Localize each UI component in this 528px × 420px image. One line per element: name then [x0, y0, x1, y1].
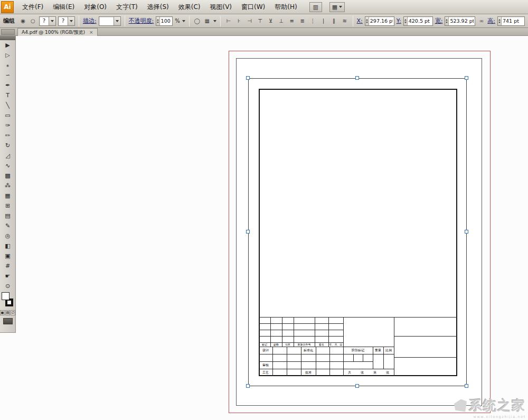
menu-effect[interactable]: 效果(C) [174, 1, 205, 14]
distribute-vcenter-button[interactable]: ≣ [298, 16, 307, 25]
color-button[interactable]: ◼ [0, 310, 5, 315]
workspace-button[interactable]: ▦ [329, 2, 345, 12]
graphic-style-icon[interactable]: ◯ [193, 17, 201, 25]
warp-tool[interactable]: ∿ [0, 161, 15, 171]
menu-help[interactable]: 帮助(H) [270, 1, 301, 14]
menu-select[interactable]: 选择(S) [143, 1, 174, 14]
distribute-right-button[interactable]: ≋ [341, 16, 349, 25]
selection-handle-top-center[interactable] [355, 76, 359, 80]
gradient-tool[interactable]: ▤ [0, 211, 15, 221]
tab-close-icon[interactable]: × [89, 30, 93, 35]
align-vcenter-button[interactable]: ⊻ [267, 16, 275, 25]
selection-handle-bottom-left[interactable] [246, 384, 250, 388]
width-label[interactable]: 宽: [435, 17, 443, 25]
blend-tool[interactable]: ◎ [0, 231, 15, 241]
menu-file[interactable]: 文件(F) [17, 1, 48, 14]
magic-wand-tool[interactable]: ⁎ [0, 60, 15, 70]
hand-tool[interactable]: ☛ [0, 271, 15, 281]
gradient-button[interactable]: ▤ [5, 310, 10, 315]
line-segment-tool[interactable]: ╲ [0, 100, 15, 110]
align-bottom-button[interactable]: ⊥ [277, 16, 286, 25]
styles-dropdown-icon[interactable] [213, 20, 216, 22]
x-label[interactable]: X: [357, 17, 363, 24]
pencil-tool[interactable]: ✏ [0, 130, 15, 141]
width-field[interactable] [445, 16, 475, 26]
constrain-proportions-icon[interactable]: ∞ [477, 17, 485, 25]
pen-tool[interactable]: ✒ [0, 80, 15, 90]
x-input[interactable] [369, 17, 394, 25]
selection-handle-middle-right[interactable] [465, 230, 468, 234]
width-stepper[interactable] [445, 17, 449, 25]
styles-panel-icon[interactable]: ▦ [203, 17, 211, 25]
y-stepper[interactable] [404, 17, 408, 25]
selection-handle-bottom-right[interactable] [465, 384, 468, 388]
align-top-button[interactable]: ⊤ [256, 16, 265, 25]
height-stepper[interactable] [498, 17, 502, 25]
stroke-label[interactable]: 描边: [83, 17, 97, 25]
rectangle-tool[interactable]: ▭ [0, 110, 15, 120]
stroke-weight-combo[interactable] [99, 16, 121, 26]
symbol-sprayer-tool[interactable]: ⁂ [0, 181, 15, 191]
zoom-tool[interactable]: ⊙ [0, 281, 15, 291]
distribute-bottom-button[interactable]: ⋮ [309, 16, 317, 25]
selection-tool[interactable]: ▶ [0, 40, 15, 50]
type-tool[interactable]: T [0, 90, 15, 100]
direct-selection-tool[interactable]: ▷ [0, 50, 15, 60]
x-stepper[interactable] [365, 17, 369, 25]
menu-object[interactable]: 对象(O) [79, 1, 111, 14]
arrange-documents-button[interactable]: ▥ [309, 2, 322, 12]
align-right-button[interactable]: ⊣ [246, 16, 254, 25]
canvas-area[interactable]: 标记 处数 分区 更改文件号 签名 年、月、日 设计 标准化 审核 工艺 批准 … [0, 36, 528, 420]
align-hcenter-button[interactable]: ⊦ [235, 16, 243, 25]
eyedropper-tool[interactable]: ✎ [0, 221, 15, 231]
fill-color-combo[interactable]: ? [39, 16, 56, 26]
distribute-left-button[interactable]: ∣ [319, 16, 328, 25]
menu-edit[interactable]: 编辑(E) [48, 1, 79, 14]
stroke-color-combo[interactable]: ? [58, 16, 75, 26]
opacity-field[interactable] [156, 16, 173, 26]
free-transform-tool[interactable]: ▩ [0, 171, 15, 181]
paintbrush-tool[interactable]: ✑ [0, 120, 15, 130]
height-input[interactable] [502, 17, 524, 25]
rotate-tool[interactable]: ↻ [0, 141, 15, 151]
screen-mode-button[interactable] [3, 318, 13, 324]
tools-panel-header[interactable] [0, 36, 15, 40]
dropdown-arrow-icon[interactable] [114, 17, 120, 25]
height-label[interactable]: 高: [487, 17, 495, 25]
y-field[interactable] [403, 16, 433, 26]
artboard-tool[interactable]: ▣ [0, 251, 15, 261]
fill-swatch[interactable] [2, 292, 10, 300]
menu-window[interactable]: 窗口(W) [237, 1, 270, 14]
selection-handle-top-right[interactable] [465, 76, 468, 80]
fill-indicator-icon[interactable]: ◉ [19, 17, 27, 25]
x-field[interactable] [365, 16, 394, 26]
mesh-tool[interactable]: ⊞ [0, 201, 15, 211]
selection-handle-bottom-center[interactable] [355, 384, 359, 388]
y-input[interactable] [408, 17, 432, 25]
opacity-input[interactable] [160, 17, 173, 25]
menu-type[interactable]: 文字(T) [111, 1, 143, 14]
opacity-label[interactable]: 不透明度: [129, 17, 154, 25]
width-input[interactable] [449, 17, 475, 25]
title-block[interactable]: 标记 处数 分区 更改文件号 签名 年、月、日 设计 标准化 审核 工艺 批准 … [259, 317, 457, 376]
selection-handle-middle-left[interactable] [246, 230, 250, 234]
lasso-tool[interactable]: ∽ [0, 70, 15, 80]
panel-collapse-button[interactable] [1, 29, 15, 35]
slice-tool[interactable]: # [0, 261, 15, 271]
selection-handle-top-left[interactable] [246, 76, 250, 80]
document-tab[interactable]: A4.pdf @ 100% (RGB/预览) × [17, 28, 98, 36]
live-paint-bucket-tool[interactable]: ◧ [0, 241, 15, 251]
scale-tool[interactable]: ◿ [0, 151, 15, 161]
y-label[interactable]: Y: [397, 17, 401, 24]
stroke-indicator-icon[interactable]: ○ [29, 17, 37, 25]
height-field[interactable] [497, 16, 525, 26]
distribute-top-button[interactable]: ≡ [288, 16, 296, 25]
opacity-dropdown-icon[interactable] [182, 20, 185, 22]
graph-tool[interactable]: ▦ [0, 191, 15, 201]
dropdown-arrow-icon[interactable] [68, 17, 74, 25]
none-button[interactable]: ∅ [11, 310, 15, 315]
dropdown-arrow-icon[interactable] [49, 17, 55, 25]
distribute-hcenter-button[interactable]: ∥ [330, 16, 338, 25]
align-left-button[interactable]: ⊢ [224, 16, 233, 25]
app-logo-icon[interactable]: Ai [1, 1, 14, 13]
